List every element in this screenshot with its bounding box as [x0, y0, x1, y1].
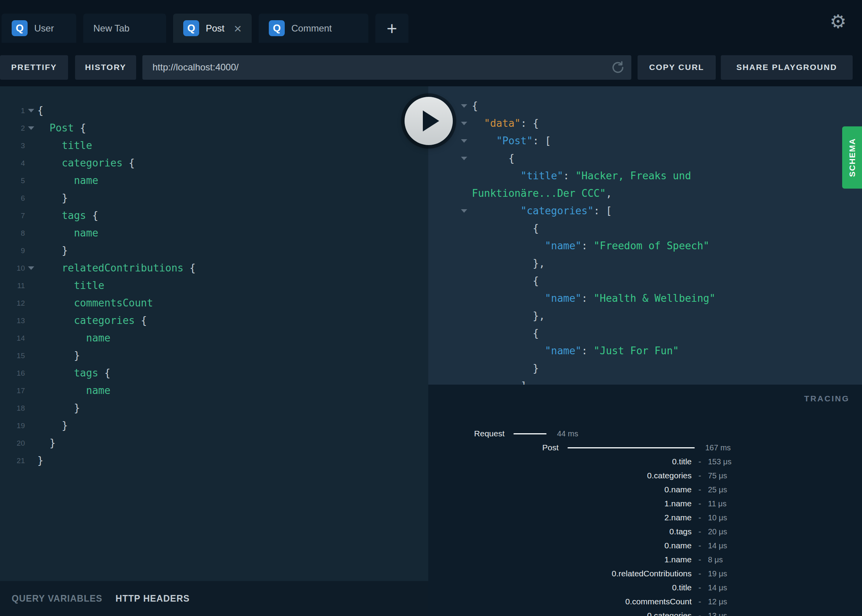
fold-gutter: [456, 342, 472, 360]
line-number: 7: [0, 207, 25, 224]
result-pane: { "data": { "Post": [ { "title": "Hacker…: [428, 86, 862, 616]
trace-row: 0.name-25 μs: [428, 483, 862, 497]
code-token: }: [62, 192, 68, 204]
endpoint-url-input[interactable]: [142, 55, 631, 80]
trace-duration: 19 μs: [708, 569, 727, 578]
fold-gutter: [456, 255, 472, 272]
response-line: },: [428, 307, 862, 325]
code-text: "categories": [: [472, 202, 612, 220]
tab-comment[interactable]: Q Comment: [259, 14, 368, 43]
response-line: {: [428, 325, 862, 342]
code-token: commentsCount: [74, 297, 153, 309]
code-token: }: [37, 455, 44, 466]
line-number: 18: [0, 399, 25, 417]
query-line: 21}: [0, 452, 428, 469]
fold-arrow-icon[interactable]: [25, 119, 37, 137]
query-badge-icon: Q: [183, 20, 199, 36]
fold-gutter: [25, 137, 37, 154]
code-token: :: [563, 170, 575, 182]
query-line: 2 Post {: [0, 119, 428, 137]
code-token: {: [135, 315, 147, 326]
trace-span-label: Request: [428, 429, 505, 438]
code-token: "data": [484, 117, 520, 129]
code-token: name: [74, 175, 98, 186]
http-headers-toggle[interactable]: HTTP HEADERS: [116, 593, 190, 604]
tab-post[interactable]: Q Post ×: [173, 14, 252, 43]
code-text: }: [37, 347, 80, 364]
tracing-panel: TRACING Request44 msPost167 ms0.title-15…: [428, 385, 862, 616]
query-variables-toggle[interactable]: QUERY VARIABLES: [12, 593, 102, 604]
query-badge-icon: Q: [12, 20, 28, 36]
code-text: title: [37, 137, 92, 154]
share-playground-button[interactable]: SHARE PLAYGROUND: [721, 55, 853, 80]
fold-gutter: [25, 329, 37, 347]
trace-duration: 20 μs: [708, 527, 727, 536]
history-button[interactable]: HISTORY: [75, 55, 136, 80]
code-token: }: [74, 350, 80, 361]
code-text: tags {: [37, 364, 110, 382]
execute-query-button[interactable]: [405, 97, 453, 145]
trace-dash: -: [692, 527, 708, 536]
trace-dash: -: [692, 457, 708, 466]
query-line: 16 tags {: [0, 364, 428, 382]
code-token: : {: [520, 117, 539, 129]
fold-gutter: [456, 185, 472, 202]
code-text: name: [37, 382, 110, 399]
schema-tab[interactable]: SCHEMA: [842, 126, 862, 189]
query-line: 5 name: [0, 172, 428, 189]
line-number: 19: [0, 417, 25, 434]
trace-duration: 11 μs: [708, 499, 727, 508]
fold-gutter: [456, 377, 472, 385]
tab-new-tab[interactable]: New Tab: [83, 14, 166, 43]
copy-curl-button[interactable]: COPY CURL: [638, 55, 716, 80]
response-line: {: [428, 97, 862, 115]
trace-duration: 25 μs: [708, 485, 727, 494]
code-text: }: [37, 452, 44, 469]
fold-gutter: [25, 452, 37, 469]
fold-arrow-icon[interactable]: [456, 132, 472, 150]
response-line: "categories": [: [428, 202, 862, 220]
code-text: }: [37, 417, 68, 434]
tab-bar: Q User New Tab Q Post × Q Comment + ⚙: [0, 0, 862, 48]
main-panes: 1{2 Post {3 title4 categories {5 name6 }…: [0, 86, 862, 616]
code-token: name: [74, 227, 98, 239]
code-token: : [: [594, 205, 612, 217]
code-token: tags: [74, 367, 98, 379]
code-text: commentsCount: [37, 294, 153, 312]
code-token: {: [37, 105, 44, 116]
prettify-button[interactable]: PRETTIFY: [0, 55, 68, 80]
reload-icon[interactable]: [611, 60, 625, 75]
fold-gutter: [25, 207, 37, 224]
chevron-down-icon: [28, 126, 34, 130]
fold-gutter: [25, 434, 37, 452]
trace-row: Request44 ms: [428, 427, 862, 441]
close-tab-icon[interactable]: ×: [234, 22, 242, 35]
fold-arrow-icon[interactable]: [25, 102, 37, 119]
line-number: 9: [0, 242, 25, 259]
fold-arrow-icon[interactable]: [456, 150, 472, 167]
line-number: 11: [0, 277, 25, 294]
new-tab-button[interactable]: +: [375, 14, 408, 43]
code-text: }: [37, 189, 68, 207]
trace-duration: 44 ms: [557, 429, 578, 438]
code-text: tags {: [37, 207, 98, 224]
fold-arrow-icon[interactable]: [456, 202, 472, 220]
tab-user[interactable]: Q User: [2, 14, 76, 43]
trace-span-label: Post: [428, 443, 559, 452]
trace-dash: -: [692, 485, 708, 494]
line-number: 3: [0, 137, 25, 154]
fold-arrow-icon[interactable]: [456, 115, 472, 132]
response-viewer: { "data": { "Post": [ { "title": "Hacker…: [428, 86, 862, 385]
trace-span-label: 0.tags: [428, 527, 692, 536]
code-token: {: [533, 222, 539, 234]
query-editor[interactable]: 1{2 Post {3 title4 categories {5 name6 }…: [0, 86, 428, 581]
settings-gear-icon[interactable]: ⚙: [830, 12, 846, 31]
fold-arrow-icon[interactable]: [456, 97, 472, 115]
code-text: {: [472, 272, 539, 290]
trace-duration-bar: [513, 433, 547, 434]
fold-gutter: [456, 307, 472, 325]
fold-gutter: [456, 325, 472, 342]
trace-duration: 12 μs: [708, 597, 727, 606]
fold-arrow-icon[interactable]: [25, 259, 37, 277]
query-line: 19 }: [0, 417, 428, 434]
